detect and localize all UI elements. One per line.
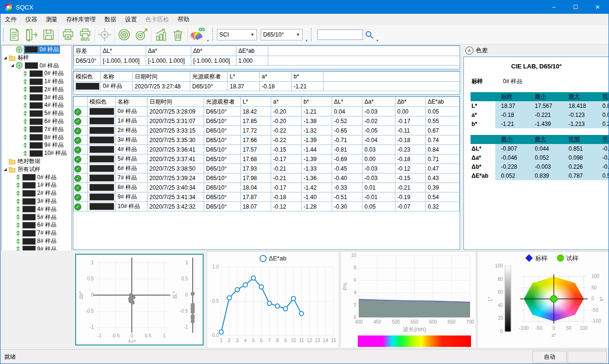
menu-item-0[interactable]: 文件 [0,14,21,25]
export-button[interactable] [23,26,40,43]
search-input[interactable] [317,29,363,40]
sample-row[interactable]: ✓3# 样品2020/7/25 3:35:30D65/10°17.66-0.22… [74,135,461,145]
column-header[interactable]: Δb* [395,97,426,107]
search-button[interactable] [363,26,375,43]
column-header[interactable] [324,72,461,82]
tree-item[interactable]: 0# 样品 [2,173,71,182]
sample-row[interactable]: ✓10# 样品2020/7/25 3:42:32D65/10°18.07-0.1… [74,202,461,211]
tree-item[interactable]: 10# 样品 [2,149,71,157]
tree-item[interactable]: 3# 样品 [2,94,71,102]
menu-item-4[interactable]: 数据 [100,14,121,25]
column-header[interactable]: L* [241,97,271,107]
toolbar-overflow-icon[interactable]: ▾ [305,38,307,43]
tree-item[interactable]: 9# 样品 [2,142,71,150]
expander-icon[interactable]: ◢ [4,167,9,172]
tree-item[interactable]: 8# 样品 [2,134,71,142]
auto-mode-button[interactable]: 自动 [532,351,567,363]
column-header[interactable]: b* [292,72,324,82]
tree-item[interactable]: 1# 样品 [2,182,71,190]
tree-item[interactable]: 6# 样品 [2,221,71,230]
delete-button[interactable] [169,26,187,43]
tolerance-row[interactable]: D65/10°[-1.000, 1.000][-1.000, 1.000][-1… [74,56,461,66]
tree-item[interactable]: 0# 样品 [2,69,71,77]
tree-item[interactable]: 3# 样品 [2,197,71,205]
new-document-button[interactable] [6,26,23,43]
menu-item-1[interactable]: 仪器 [21,14,41,25]
tree-item[interactable]: 4# 样品 [2,102,71,110]
tree-item[interactable]: ◢标样 [2,54,71,62]
tree-item[interactable]: 2# 样品 [2,189,71,197]
tree-item[interactable]: ◢所有试样 [2,165,71,173]
column-header[interactable]: 日期时间 [147,97,204,107]
column-header[interactable]: ΔL* [332,97,363,107]
column-header[interactable]: ΔE*ab [426,97,460,107]
tree-item[interactable]: 7# 样品 [2,125,71,134]
print-button[interactable] [59,26,77,43]
column-header[interactable]: 模拟色 [74,72,101,82]
delta-ab-scatter-chart[interactable]: -1-1-0.5-0.5000.50.511Δb*Δa*10.50-0.5-1Δ… [75,254,204,345]
menu-item-5[interactable]: 设置 [121,14,141,25]
sample-row[interactable]: ✓9# 样品2020/7/25 3:41:34D65/10°17.87-0.18… [74,192,461,202]
sample-row[interactable]: ✓0# 样品2020/7/25 3:28:09D65/10°18.42-0.20… [74,107,461,116]
toolbar-overflow-icon[interactable]: ▾ [376,38,378,43]
column-header[interactable]: L* [228,72,260,82]
save-button[interactable] [40,26,57,43]
column-header[interactable]: Δa* [146,46,191,56]
minimize-button[interactable]: – [543,0,565,14]
menu-item-2[interactable]: 测量 [41,14,62,25]
reflectance-chart[interactable]: 0246810400450500550600650700R%波长(nm) [340,251,476,348]
tree-item[interactable]: ◢0# 样品 [2,62,71,70]
column-header[interactable]: 模拟色 [88,97,116,107]
column-header[interactable]: 颜色偏向 [460,97,461,107]
sample-row[interactable]: ✓1# 样品2020/7/25 3:31:07D65/10°17.85-0.20… [74,116,461,126]
tree-item[interactable]: 绝对数据 [2,157,71,165]
close-button[interactable]: ✕ [587,0,609,14]
tree-item[interactable]: 2# 样品 [2,86,71,94]
tree-item[interactable]: 8# 样品 [2,237,71,245]
tree-item[interactable]: 7# 样品 [2,229,71,237]
tree-item[interactable]: 4# 样品 [2,205,71,213]
word-export-button[interactable]: Word [77,26,94,43]
menu-item-7[interactable]: 帮助 [174,14,194,25]
tree-item[interactable]: 5# 样品 [2,213,71,221]
column-header[interactable]: 日期时间 [133,72,190,82]
sample-row[interactable]: ✓4# 样品2020/7/25 3:36:41D65/10°17.57-0.15… [74,145,461,154]
statistics-button[interactable] [152,26,169,43]
delta-e-trend-chart[interactable]: ΔE*ab1234567891011121314150.00.51.0 [206,251,339,348]
sample-row[interactable]: ✓6# 样品2020/7/25 3:38:50D65/10°17.93-0.21… [74,164,461,173]
sample-row[interactable]: ✓7# 样品2020/7/25 3:39:24D65/10°17.98-0.21… [74,173,461,183]
sci-select[interactable]: SCI ▼ [217,29,257,40]
column-header[interactable]: ΔE*ab [236,46,268,56]
expander-icon[interactable]: ◢ [4,56,9,60]
column-header[interactable]: a* [260,72,292,82]
column-header[interactable]: 名称 [116,97,147,107]
column-header[interactable]: 光源观察者 [204,97,241,107]
calibration-button[interactable] [96,26,113,43]
sample-row[interactable]: ✓5# 样品2020/7/25 3:37:41D65/10°17.68-0.17… [74,154,461,164]
standard-row[interactable]: 0# 样品2020/7/25 3:27:48D65/10°18.37-0.18-… [74,82,461,91]
column-header[interactable]: 光源观察者 [190,72,228,82]
toolbar-overflow-icon[interactable]: ▾ [207,38,209,43]
column-header[interactable]: Δb* [191,46,236,56]
column-header[interactable] [268,46,461,56]
sample-row[interactable]: ✓2# 样品2020/7/25 3:33:15D65/10°17.72-0.22… [74,126,461,135]
illuminant-select[interactable]: D65/10° ▼ [261,29,303,40]
column-header[interactable]: Δa* [363,97,395,107]
column-header[interactable]: 容差 [74,46,101,56]
column-header[interactable]: 名称 [101,72,133,82]
column-header[interactable]: ΔL* [101,46,146,56]
expander-icon[interactable]: ◢ [11,63,16,67]
measure-sample-button[interactable] [133,26,150,43]
tree-item[interactable]: 5# 样品 [2,109,71,117]
sample-row[interactable]: ✓8# 样品2020/7/25 3:40:34D65/10°18.04-0.17… [74,183,461,192]
tree-item[interactable]: 6# 样品 [2,117,71,125]
collapse-panel-button[interactable]: ∧ [465,47,473,55]
column-header[interactable]: b* [302,97,332,107]
menu-item-3[interactable]: 存样库管理 [62,14,100,25]
column-header[interactable]: a* [271,97,302,107]
tree-item[interactable]: 0# 样品 [2,46,71,54]
tree-item[interactable]: 1# 样品 [2,77,71,86]
maximize-button[interactable]: ☐ [565,0,587,14]
lab-gamut-chart[interactable]: 标样试样100806040200L*-100-50050100a*100500-… [477,251,609,348]
column-header[interactable] [74,97,88,107]
